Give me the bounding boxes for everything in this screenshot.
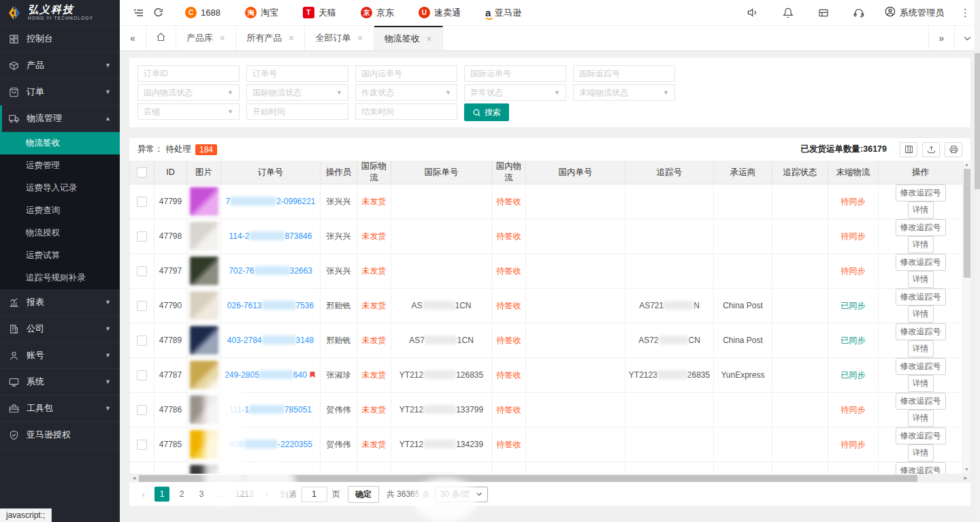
tab-all-products[interactable]: 所有产品✕ [236, 26, 305, 50]
horizontal-scroll-thumb[interactable] [139, 475, 917, 482]
scroll-right-icon[interactable]: ► [963, 475, 968, 481]
sidebar-item-report[interactable]: 报表▼ [0, 289, 120, 316]
product-image[interactable] [190, 257, 218, 285]
row-checkbox[interactable] [137, 301, 147, 311]
product-image[interactable] [190, 395, 218, 424]
more-options-icon[interactable]: ⋮ [960, 7, 970, 19]
tab-product-library[interactable]: 产品库✕ [176, 26, 236, 50]
end-time-input[interactable] [355, 103, 457, 120]
close-icon[interactable]: ✕ [288, 34, 294, 43]
sidebar-item-account[interactable]: 账号▼ [0, 342, 120, 369]
refresh-icon[interactable] [148, 3, 167, 22]
page-button-2[interactable]: 2 [174, 487, 189, 502]
edit-tracking-button[interactable]: 修改追踪号 [896, 393, 946, 410]
close-icon[interactable]: ✕ [426, 35, 432, 44]
edit-tracking-button[interactable]: 修改追踪号 [896, 462, 946, 474]
brand-logo[interactable]: 弘义科技 HONG YI TECHNOLOGY [0, 0, 120, 26]
table-vertical-scrollbar[interactable]: ▲ ▼ [962, 161, 970, 474]
tab-logistics-signoff[interactable]: 物流签收✕ [374, 26, 443, 50]
detail-button[interactable]: 详情 [908, 306, 934, 323]
pending-label[interactable]: 待处理 [166, 144, 192, 155]
platform-link-amazon[interactable]: a亚马逊 [485, 7, 521, 19]
start-time-input[interactable] [246, 103, 348, 120]
product-image[interactable] [190, 430, 218, 459]
sidebar-subitem-freight-import-log[interactable]: 运费导入记录 [0, 177, 120, 199]
row-checkbox[interactable] [137, 405, 147, 415]
sidebar-subitem-logistics-signoff[interactable]: 物流签收 [0, 132, 120, 154]
collapse-sidebar-icon[interactable] [129, 3, 148, 22]
sidebar-item-console[interactable]: 控制台 [0, 26, 120, 52]
product-image[interactable] [190, 326, 218, 355]
edit-tracking-button[interactable]: 修改追踪号 [896, 254, 946, 271]
detail-button[interactable]: 详情 [908, 444, 934, 461]
product-image[interactable] [190, 291, 218, 320]
edit-tracking-button[interactable]: 修改追踪号 [896, 184, 946, 201]
row-checkbox[interactable] [137, 231, 147, 242]
announcement-icon[interactable] [743, 3, 762, 22]
detail-button[interactable]: 详情 [908, 340, 934, 357]
export-icon[interactable] [922, 142, 940, 157]
product-image[interactable] [190, 187, 218, 216]
row-checkbox[interactable] [137, 197, 147, 207]
search-button[interactable]: 搜索 [464, 103, 509, 121]
vertical-scroll-thumb[interactable] [964, 169, 970, 278]
platform-link-tmall[interactable]: T天猫 [303, 7, 336, 19]
last-mile-status-select[interactable]: 末端物流状态▼ [573, 84, 675, 101]
window-scroll-thumb[interactable] [975, 53, 980, 189]
scroll-left-icon[interactable]: ◄ [131, 475, 137, 481]
platform-link-aliexpress[interactable]: U速卖通 [419, 7, 461, 19]
columns-setting-icon[interactable] [900, 142, 917, 157]
page-button-1[interactable]: 1 [154, 487, 169, 502]
order-id-input[interactable] [137, 65, 240, 82]
platform-link-taobao[interactable]: 淘淘宝 [245, 7, 278, 19]
edit-tracking-button[interactable]: 修改追踪号 [896, 358, 946, 375]
notification-bell-icon[interactable] [779, 3, 798, 22]
exception-status-select[interactable]: 异常状态▼ [464, 84, 566, 101]
intl-logistics-status-select[interactable]: 国际物流状态▼ [246, 84, 348, 101]
page-size-select[interactable]: 30 条/页 [435, 487, 488, 502]
close-icon[interactable]: ✕ [219, 34, 225, 43]
sidebar-subitem-tracking-rule-supplement[interactable]: 追踪号规则补录 [0, 267, 120, 289]
order-no-input[interactable] [246, 65, 348, 82]
panel-icon[interactable] [814, 3, 833, 22]
detail-button[interactable]: 详情 [908, 375, 934, 392]
page-button-1213[interactable]: 1213 [233, 487, 256, 502]
tabs-scroll-left-icon[interactable]: « [120, 26, 146, 50]
sidebar-item-system[interactable]: 系统▼ [0, 369, 120, 395]
detail-button[interactable]: 详情 [908, 201, 934, 218]
tabs-scroll-right-icon[interactable]: » [928, 26, 954, 50]
void-status-select[interactable]: 作废状态▼ [355, 84, 457, 101]
tab-all-orders[interactable]: 全部订单✕ [305, 26, 374, 50]
sidebar-subitem-logistics-auth[interactable]: 物流授权 [0, 222, 120, 244]
user-menu[interactable]: 系统管理员 [885, 6, 944, 19]
intl-waybill-no-input[interactable] [464, 65, 566, 82]
pending-count-badge[interactable]: 184 [195, 144, 217, 155]
table-horizontal-scrollbar[interactable]: ◄ ► [129, 474, 970, 483]
row-checkbox[interactable] [137, 336, 147, 346]
product-image[interactable] [190, 465, 218, 474]
row-checkbox[interactable] [137, 440, 147, 450]
confirm-page-button[interactable]: 确定 [348, 486, 379, 503]
tab-home[interactable] [146, 26, 176, 50]
domestic-logistics-status-select[interactable]: 国内物流状态▼ [137, 84, 240, 101]
prev-page-icon[interactable]: ‹ [137, 489, 150, 500]
shop-select[interactable]: 店铺▼ [137, 103, 240, 120]
sidebar-item-logistics[interactable]: 物流管理▲ [0, 105, 120, 132]
row-checkbox[interactable] [137, 266, 147, 276]
edit-tracking-button[interactable]: 修改追踪号 [896, 289, 946, 306]
detail-button[interactable]: 详情 [908, 236, 934, 253]
close-icon[interactable]: ✕ [357, 34, 363, 43]
edit-tracking-button[interactable]: 修改追踪号 [896, 219, 946, 236]
customer-service-icon[interactable] [849, 3, 868, 22]
sidebar-subitem-freight-trial[interactable]: 运费试算 [0, 244, 120, 267]
sidebar-subitem-freight-query[interactable]: 运费查询 [0, 199, 120, 222]
edit-tracking-button[interactable]: 修改追踪号 [896, 427, 946, 444]
product-image[interactable] [190, 361, 218, 389]
platform-link-jd[interactable]: 京京东 [361, 7, 394, 19]
product-image[interactable] [190, 222, 218, 250]
detail-button[interactable]: 详情 [908, 410, 934, 427]
print-icon[interactable] [945, 142, 962, 157]
row-checkbox[interactable] [137, 370, 147, 380]
edit-tracking-button[interactable]: 修改追踪号 [896, 323, 946, 340]
sidebar-item-toolbox[interactable]: 工具包▼ [0, 395, 120, 422]
